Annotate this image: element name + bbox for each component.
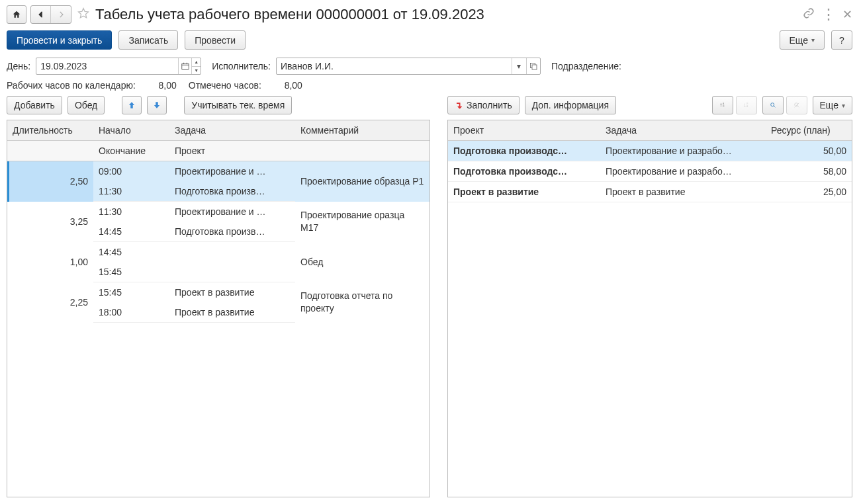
- right-more-button[interactable]: Еще▾: [813, 96, 853, 114]
- cell-project[interactable]: [169, 262, 295, 282]
- table-row[interactable]: 2,2515:45Проект в развитиеПодготовка отч…: [7, 282, 430, 303]
- right-pane: ↴ Заполнить Доп. информация АЯ ЯА: [447, 96, 852, 497]
- post-and-close-button[interactable]: Провести и закрыть: [7, 30, 112, 50]
- cell-end[interactable]: 14:45: [93, 222, 169, 242]
- table-row[interactable]: 1,0014:45Обед: [7, 242, 430, 263]
- cell-task[interactable]: Проектирование и разрабо…: [600, 161, 766, 182]
- performer-label: Исполнитель:: [212, 61, 271, 71]
- cell-task[interactable]: [169, 242, 295, 263]
- search-clear-icon: [793, 100, 800, 110]
- extra-info-button[interactable]: Доп. информация: [525, 96, 616, 114]
- cell-end[interactable]: 15:45: [93, 262, 169, 282]
- rcol-resource[interactable]: Ресурс (план): [766, 120, 852, 141]
- cell-end[interactable]: 18:00: [93, 302, 169, 323]
- cell-task[interactable]: Проект в развитие: [169, 282, 295, 303]
- search-button[interactable]: [762, 96, 784, 114]
- cell-end[interactable]: 11:30: [93, 181, 169, 202]
- cell-duration[interactable]: 2,50: [7, 161, 93, 202]
- cell-start[interactable]: 11:30: [93, 202, 169, 222]
- col-project[interactable]: Проект: [169, 141, 295, 161]
- help-button[interactable]: ?: [831, 30, 852, 50]
- titlebar: Табель учета рабочего времени 000000001 …: [7, 5, 852, 24]
- cell-comment[interactable]: Проектирование образца Р1: [295, 161, 430, 202]
- day-spinner[interactable]: ▲ ▼: [191, 58, 201, 74]
- performer-input[interactable]: [277, 58, 512, 74]
- search-clear-button[interactable]: [786, 96, 807, 114]
- rcol-project[interactable]: Проект: [448, 120, 600, 141]
- cell-duration[interactable]: 3,25: [7, 202, 93, 242]
- cell-duration[interactable]: 2,25: [7, 282, 93, 323]
- cell-comment[interactable]: Подготовка отчета по проекту: [295, 282, 430, 323]
- cell-start[interactable]: 09:00: [93, 161, 169, 182]
- post-button[interactable]: Провести: [185, 30, 246, 50]
- home-button[interactable]: [7, 5, 26, 24]
- timesheet-grid[interactable]: Длительность Начало Задача Комментарий О…: [7, 120, 430, 497]
- favorite-star[interactable]: [75, 7, 91, 23]
- performer-open[interactable]: [526, 58, 540, 74]
- cell-resource[interactable]: 25,00: [766, 182, 852, 202]
- spin-up[interactable]: ▲: [192, 58, 201, 67]
- performer-dropdown[interactable]: ▾: [512, 58, 525, 74]
- table-row[interactable]: Подготовка производс…Проектирование и ра…: [448, 141, 852, 161]
- svg-text:Я: Я: [723, 105, 725, 108]
- arrow-up-icon: [127, 101, 136, 110]
- nav-back-button[interactable]: [31, 6, 51, 23]
- col-start[interactable]: Начало: [93, 120, 169, 141]
- sort-desc-button[interactable]: ЯА: [736, 96, 757, 114]
- table-row[interactable]: Подготовка производс…Проектирование и ра…: [448, 161, 852, 182]
- svg-text:А: А: [723, 103, 725, 105]
- fill-button[interactable]: ↴ Заполнить: [447, 96, 520, 114]
- filter-bar: День: ▲ ▼ Исполнитель: ▾ Подразделение:: [7, 58, 852, 75]
- tasks-grid[interactable]: Проект Задача Ресурс (план) Подготовка п…: [447, 120, 852, 497]
- col-task[interactable]: Задача: [169, 120, 295, 141]
- cell-start[interactable]: 15:45: [93, 282, 169, 303]
- col-comment[interactable]: Комментарий: [295, 120, 430, 141]
- cell-project[interactable]: Проект в развитие: [448, 182, 600, 202]
- rcol-task[interactable]: Задача: [600, 120, 766, 141]
- cell-project[interactable]: Подготовка произв…: [169, 222, 295, 242]
- table-row[interactable]: Проект в развитиеПроект в развитие25,00: [448, 182, 852, 202]
- table-row[interactable]: 3,2511:30Проектирование и …Проектировани…: [7, 202, 430, 222]
- cell-task[interactable]: Проектирование и …: [169, 202, 295, 222]
- track-time-button[interactable]: Учитывать тек. время: [184, 96, 292, 114]
- add-button[interactable]: Добавить: [7, 96, 62, 114]
- cell-project[interactable]: Проект в развитие: [169, 302, 295, 323]
- cell-comment[interactable]: Обед: [295, 242, 430, 282]
- cell-project[interactable]: Подготовка производс…: [448, 141, 600, 161]
- close-button[interactable]: ✕: [842, 7, 852, 22]
- lunch-button[interactable]: Обед: [68, 96, 105, 114]
- spin-down[interactable]: ▼: [192, 67, 201, 75]
- move-down-button[interactable]: [147, 96, 167, 114]
- cell-start[interactable]: 14:45: [93, 242, 169, 263]
- marked-hours-label: Отмечено часов:: [189, 80, 261, 91]
- cell-comment[interactable]: Проектирование оразца М17: [295, 202, 430, 242]
- cell-project[interactable]: Подготовка произв…: [169, 181, 295, 202]
- left-pane: Добавить Обед Учитывать тек. время Д: [7, 96, 430, 497]
- fill-icon: ↴: [455, 100, 463, 110]
- cell-task[interactable]: Проект в развитие: [600, 182, 766, 202]
- write-button[interactable]: Записать: [118, 30, 178, 50]
- table-row[interactable]: 2,5009:00Проектирование и …Проектировани…: [7, 161, 430, 182]
- more-button[interactable]: Еще▾: [780, 30, 825, 50]
- day-field[interactable]: ▲ ▼: [36, 58, 201, 75]
- cell-duration[interactable]: 1,00: [7, 242, 93, 282]
- link-icon[interactable]: [803, 7, 815, 22]
- calendar-hours-value: 8,00: [148, 80, 177, 91]
- more-menu-icon[interactable]: ⋮: [821, 11, 836, 19]
- day-input[interactable]: [36, 58, 178, 74]
- cell-resource[interactable]: 50,00: [766, 141, 852, 161]
- splitter[interactable]: [437, 96, 441, 497]
- cell-project[interactable]: Подготовка производс…: [448, 161, 600, 182]
- cell-resource[interactable]: 58,00: [766, 161, 852, 182]
- move-up-button[interactable]: [122, 96, 142, 114]
- chain-icon: [803, 7, 815, 19]
- cell-task[interactable]: Проектирование и разрабо…: [600, 141, 766, 161]
- calendar-picker[interactable]: [178, 58, 192, 74]
- performer-field[interactable]: ▾: [276, 58, 541, 75]
- col-duration[interactable]: Длительность: [7, 120, 93, 141]
- day-label: День:: [7, 61, 30, 71]
- sort-asc-button[interactable]: АЯ: [712, 96, 733, 114]
- col-end[interactable]: Окончание: [93, 141, 169, 161]
- cell-task[interactable]: Проектирование и …: [169, 161, 295, 182]
- arrow-down-icon: [152, 101, 161, 110]
